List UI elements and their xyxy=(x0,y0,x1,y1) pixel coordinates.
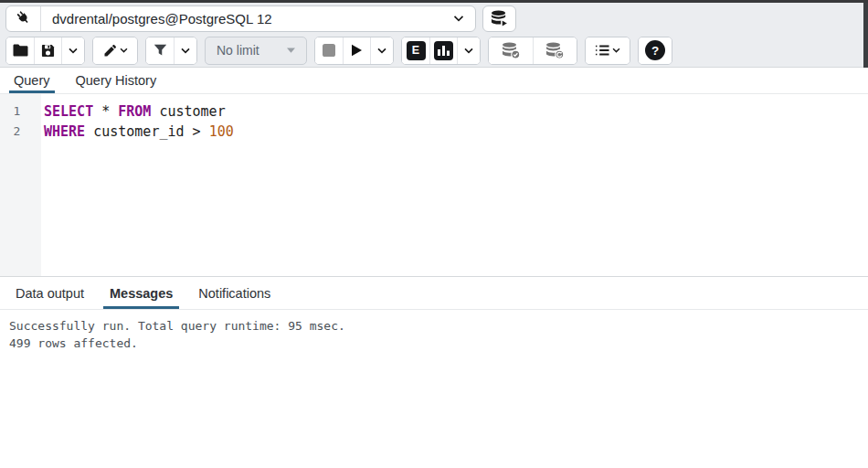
execute-play-icon xyxy=(351,44,363,57)
chevron-down-icon xyxy=(120,48,128,53)
execute-button-group xyxy=(314,37,394,65)
filter-button-group xyxy=(145,37,197,65)
chevron-down-icon xyxy=(377,48,386,54)
tab-messages-label: Messages xyxy=(110,286,173,301)
message-rows-affected: 499 rows affected. xyxy=(9,335,868,353)
adjacent-panel-edge xyxy=(863,3,868,68)
help-icon: ? xyxy=(645,40,665,60)
help-button[interactable]: ? xyxy=(639,37,672,64)
execute-dropdown-button[interactable] xyxy=(370,37,393,64)
save-button[interactable] xyxy=(34,37,61,64)
row-limit-value: No limit xyxy=(217,43,259,58)
connection-header: dvdrental/postgres@PostgreSQL 12 xyxy=(0,3,868,34)
save-dropdown-button[interactable] xyxy=(61,37,84,64)
explain-analyze-button[interactable] xyxy=(429,37,457,64)
connection-select-caret[interactable] xyxy=(448,15,475,22)
tab-messages[interactable]: Messages xyxy=(103,277,179,309)
explain-button-group: E xyxy=(401,37,481,65)
tab-notifications[interactable]: Notifications xyxy=(192,277,277,309)
output-tabbar: Data output Messages Notifications xyxy=(0,277,868,310)
commit-button[interactable] xyxy=(489,37,533,64)
chevron-down-icon xyxy=(612,48,620,53)
tab-data-output[interactable]: Data output xyxy=(9,277,90,309)
explain-analyze-chart-icon xyxy=(434,41,453,60)
new-connection-button[interactable] xyxy=(482,5,516,32)
chevron-down-icon xyxy=(453,15,464,22)
chevron-down-icon xyxy=(287,48,295,53)
tab-query-history[interactable]: Query History xyxy=(71,68,162,93)
new-connection-database-icon xyxy=(491,10,508,27)
query-tabbar: Query Query History xyxy=(0,68,868,94)
stop-button[interactable] xyxy=(315,37,343,64)
message-runtime: Successfully run. Total query runtime: 9… xyxy=(9,318,868,335)
connection-plug-icon xyxy=(15,9,33,27)
macros-button-group xyxy=(585,37,630,65)
edit-button-group xyxy=(92,37,138,65)
tab-query[interactable]: Query xyxy=(9,68,55,93)
connection-status-button[interactable] xyxy=(6,6,41,31)
stop-icon xyxy=(323,44,335,57)
open-file-icon xyxy=(13,44,28,57)
connection-select-value[interactable]: dvdrental/postgres@PostgreSQL 12 xyxy=(41,11,448,27)
rollback-button[interactable] xyxy=(533,37,577,64)
connection-select-group: dvdrental/postgres@PostgreSQL 12 xyxy=(5,5,476,32)
edit-pencil-icon xyxy=(103,44,117,58)
explain-dropdown-button[interactable] xyxy=(457,37,480,64)
filter-icon xyxy=(153,44,167,57)
explain-button[interactable]: E xyxy=(402,37,429,64)
transaction-button-group xyxy=(488,37,577,65)
chevron-down-icon xyxy=(69,48,78,54)
code-line-2: WHERE customer_id > 100 xyxy=(44,122,868,142)
editor-code-area[interactable]: SELECT * FROM customer WHERE customer_id… xyxy=(41,94,868,276)
filter-dropdown-button[interactable] xyxy=(174,37,196,64)
help-button-group: ? xyxy=(638,37,672,65)
rollback-database-undo-icon xyxy=(545,42,565,59)
code-line-1: SELECT * FROM customer xyxy=(44,101,868,122)
macros-dropdown-button[interactable] xyxy=(586,37,630,64)
macros-list-icon xyxy=(595,44,609,57)
save-icon xyxy=(41,44,55,58)
line-number: 1 xyxy=(0,101,41,122)
chevron-down-icon xyxy=(464,48,473,54)
commit-database-check-icon xyxy=(502,42,521,59)
tab-query-history-label: Query History xyxy=(76,73,157,88)
filter-button[interactable] xyxy=(146,37,174,64)
chevron-down-icon xyxy=(181,48,190,54)
line-number: 2 xyxy=(0,122,41,142)
messages-panel: Successfully run. Total query runtime: 9… xyxy=(0,310,868,352)
query-toolbar: No limit E xyxy=(0,34,868,68)
file-button-group xyxy=(5,37,85,65)
execute-button[interactable] xyxy=(343,37,370,64)
tab-data-output-label: Data output xyxy=(16,286,84,301)
tab-notifications-label: Notifications xyxy=(198,286,270,301)
tab-query-label: Query xyxy=(14,73,50,88)
sql-editor[interactable]: 1 2 SELECT * FROM customer WHERE custome… xyxy=(0,94,868,276)
edit-dropdown-button[interactable] xyxy=(93,37,137,64)
explain-icon: E xyxy=(407,41,426,60)
editor-gutter: 1 2 xyxy=(0,94,41,276)
open-file-button[interactable] xyxy=(6,37,34,64)
row-limit-select[interactable]: No limit xyxy=(205,37,307,65)
